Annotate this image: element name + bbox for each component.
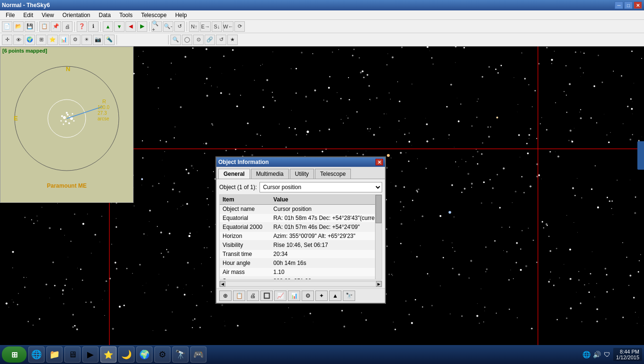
tb2-chart[interactable]: 📊	[59, 35, 69, 45]
taskbar-thesky[interactable]: ⭐	[100, 346, 116, 363]
dlg-tb-copy[interactable]: 📋	[233, 291, 245, 301]
tb2-settings[interactable]: ⚙	[70, 35, 80, 45]
menu-orientation[interactable]: Orientation	[59, 11, 94, 19]
tb-btn-n[interactable]: N↑	[189, 21, 199, 32]
table-scrollthumb[interactable]	[376, 195, 382, 223]
tb2-target[interactable]: ⊙	[193, 35, 204, 45]
cell-item: Equatorial	[220, 214, 270, 223]
tb-new[interactable]: 📄	[2, 21, 12, 32]
object-select-dropdown[interactable]: Cursor position	[259, 182, 382, 192]
tb-zoom-out[interactable]: 🔍-	[163, 21, 173, 32]
svg-point-8	[61, 120, 62, 122]
tab-multimedia[interactable]: Multimedia	[251, 169, 289, 179]
right-edge-handle[interactable]	[637, 141, 644, 170]
maximize-btn[interactable]: □	[624, 1, 633, 9]
tb2-refresh[interactable]: ↺	[216, 35, 226, 45]
tb2-connect[interactable]: 🔗	[205, 35, 215, 45]
tab-general[interactable]: General	[218, 169, 250, 179]
tb-print[interactable]: 🖨	[62, 21, 72, 32]
tb-btn-s[interactable]: S↓	[212, 21, 222, 32]
tb-help[interactable]: ❓	[77, 21, 87, 32]
dlg-tb-view[interactable]: 🔲	[260, 291, 273, 301]
tb-paste[interactable]: 📌	[51, 21, 61, 32]
cell-item: Transit time	[220, 250, 270, 259]
tb-up[interactable]: ▲	[103, 21, 113, 32]
time: 8:44 PM	[616, 349, 639, 355]
start-button[interactable]: ⊞	[2, 346, 27, 363]
main-content: [6 points mapped]	[0, 46, 644, 345]
taskbar-right: 🌐 🔊 🛡 8:44 PM 1/12/2015	[582, 348, 642, 361]
table-row: Transit time20:34	[220, 250, 382, 259]
tb-btn-e[interactable]: E→	[200, 21, 211, 32]
object-select-row: Object (1 of 1): Cursor position	[216, 179, 385, 194]
taskbar: ⊞ 🌐 📁 🖥 ▶ ⭐ 🌙 🌍 ⚙ 🔭 🎮 🌐 🔊 🛡 8:44 PM 1/12…	[0, 345, 644, 364]
dlg-tb-settings[interactable]: ⚙	[302, 291, 314, 301]
system-tray: 🌐 🔊 🛡	[582, 350, 611, 359]
tb-save[interactable]: 💾	[25, 21, 35, 32]
tb2-extra[interactable]: ★	[227, 35, 238, 45]
tb2-grid[interactable]: ⊞	[36, 35, 46, 45]
hscroll-track[interactable]	[225, 282, 376, 286]
tb-forward[interactable]: ▶	[137, 21, 147, 32]
dlg-tb-chart[interactable]: 📈	[274, 291, 286, 301]
taskbar-game[interactable]: 🎮	[190, 346, 206, 363]
titlebar-controls: ─ □ ✕	[615, 1, 642, 9]
svg-text:R: R	[102, 99, 106, 104]
svg-point-6	[61, 115, 63, 117]
taskbar-globe[interactable]: 🌍	[136, 346, 152, 363]
dlg-tb-print[interactable]: 🖨	[247, 291, 259, 301]
tb2-star[interactable]: ⭐	[47, 35, 58, 45]
dlg-tb-crosshair[interactable]: ⊕	[219, 291, 232, 301]
taskbar-media[interactable]: ▶	[82, 346, 98, 363]
dialog-close-btn[interactable]: ✕	[376, 159, 383, 165]
menu-edit[interactable]: Edit	[19, 11, 37, 19]
menu-tools[interactable]: Tools	[116, 11, 136, 19]
tb2-search[interactable]: 🔍	[170, 35, 181, 45]
tb-zoom-in[interactable]: 🔍+	[152, 21, 162, 32]
cell-item: Equatorial 2000	[220, 223, 270, 232]
tb-back[interactable]: ◀	[125, 21, 136, 32]
tb-sync[interactable]: ⟳	[234, 21, 245, 32]
tb2-globe[interactable]: 🌍	[25, 35, 35, 45]
menu-telescope[interactable]: Telescope	[137, 11, 170, 19]
tab-utility[interactable]: Utility	[290, 169, 314, 179]
tb2-sun[interactable]: ☀	[81, 35, 92, 45]
taskbar-moon[interactable]: 🌙	[118, 346, 134, 363]
table-scrollbar[interactable]	[375, 195, 382, 279]
menu-help[interactable]: Help	[171, 11, 191, 19]
dlg-tb-up[interactable]: ▲	[329, 291, 341, 301]
taskbar-app3[interactable]: 🖥	[64, 346, 80, 363]
taskbar-gear[interactable]: ⚙	[154, 346, 170, 363]
dlg-tb-graph[interactable]: 📊	[288, 291, 300, 301]
horizontal-scrollbar[interactable]: ◀ ▶	[219, 281, 382, 287]
tb-btn-w[interactable]: W←	[223, 21, 233, 32]
taskbar-ie[interactable]: 🌐	[28, 346, 45, 363]
svg-text:27.3: 27.3	[98, 110, 107, 116]
tb-copy[interactable]: 📋	[39, 21, 50, 32]
hscroll-left[interactable]: ◀	[220, 281, 225, 287]
sep5	[187, 22, 187, 31]
tb-rotate[interactable]: ↺	[174, 21, 185, 32]
close-btn[interactable]: ✕	[634, 1, 642, 9]
taskbar-explorer[interactable]: 📁	[46, 346, 63, 363]
dlg-tb-telescope[interactable]: 🔭	[343, 291, 355, 301]
tray-volume: 🔊	[592, 350, 601, 359]
menu-data[interactable]: Data	[95, 11, 115, 19]
dlg-tb-star[interactable]: ✦	[315, 291, 328, 301]
menu-file[interactable]: File	[2, 11, 18, 19]
tb2-camera[interactable]: 📷	[93, 35, 103, 45]
hscroll-right[interactable]: ▶	[376, 281, 382, 287]
tb2-crosshair[interactable]: ✛	[2, 35, 12, 45]
minimize-btn[interactable]: ─	[615, 1, 623, 9]
tb2-filter[interactable]: 🔦	[104, 35, 115, 45]
tb2-eye[interactable]: 👁	[13, 35, 24, 45]
tb-down[interactable]: ▼	[114, 21, 125, 32]
tb-open[interactable]: 📂	[13, 21, 24, 32]
tb2-circle[interactable]: ◯	[182, 35, 192, 45]
menu-view[interactable]: View	[38, 11, 58, 19]
taskbar-telescope[interactable]: 🔭	[172, 346, 188, 363]
tab-telescope[interactable]: Telescope	[315, 169, 351, 179]
tb-info[interactable]: ℹ	[88, 21, 98, 32]
clock: 8:44 PM 1/12/2015	[613, 348, 642, 361]
object-info-dialog: Object Information ✕ General Multimedia …	[215, 156, 386, 304]
